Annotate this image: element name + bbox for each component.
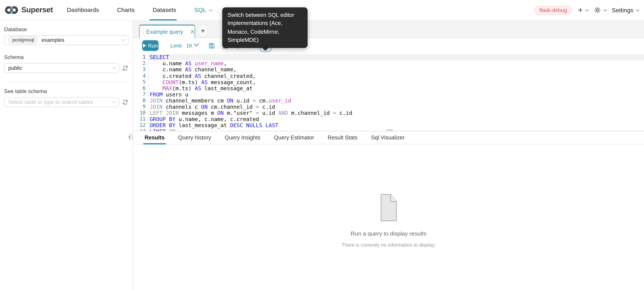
refresh-schemas-button[interactable] [122, 65, 128, 71]
empty-document-icon [380, 194, 396, 221]
sql-line-13: LIMIT 20 [150, 128, 644, 131]
close-icon[interactable]: ✕ [190, 29, 195, 34]
sql-line-8: JOIN channel_members cm ON u.id = cm.use… [150, 98, 644, 104]
switch-editor-tooltip: Switch between SQL editor implementation… [222, 7, 308, 48]
tooltip-text: Switch between SQL editor implementation… [228, 12, 294, 43]
sql-line-3: c.name AS channel_name, [150, 67, 644, 73]
database-label: Database [4, 26, 128, 32]
sql-code-editor[interactable]: 12345678910111213 SELECT u.name AS user_… [133, 54, 644, 131]
app-logo[interactable]: Superset [4, 5, 53, 14]
empty-results-subtitle: There is currently no information to dis… [342, 242, 436, 248]
navbar: Superset DashboardsChartsDatasetsSQL fla… [0, 0, 644, 20]
editor-tab-example-query[interactable]: Example query ✕ [139, 24, 195, 38]
results-tab-query-insights[interactable]: Query Insights [224, 131, 262, 144]
brand-name: Superset [22, 5, 53, 14]
database-type-pill: postgresql [8, 36, 38, 44]
sql-line-5: COUNT(m.ts) AS message_count, [150, 79, 644, 85]
drag-handle-icon [143, 29, 144, 34]
nav-item-sql[interactable]: SQL [194, 7, 212, 13]
sql-line-6: MAX(m.ts) AS last_message_at [150, 85, 644, 91]
nav-item-charts[interactable]: Charts [117, 7, 135, 13]
navbar-right: flask-debug + Settings [534, 0, 638, 20]
results-tab-query-history[interactable]: Query history [177, 131, 212, 144]
sql-line-1: SELECT [150, 54, 644, 60]
chevron-down-icon [585, 8, 589, 11]
gutter-line-number: 5 [133, 79, 148, 85]
limit-label[interactable]: Limit [170, 42, 182, 49]
collapse-sidebar-button[interactable] [128, 133, 132, 141]
schema-select[interactable]: public [4, 63, 119, 73]
table-select[interactable]: Select table or type to search tables [4, 97, 119, 107]
limit-value[interactable]: 1K [186, 42, 192, 49]
chevron-down-icon[interactable] [194, 43, 199, 46]
gutter-line-number: 11 [133, 116, 148, 122]
editor-tab-title: Example query [146, 29, 183, 35]
sql-lab-sidebar: Database postgresql examples Schema publ… [0, 20, 133, 290]
gutter-line-number: 7 [133, 91, 148, 98]
horizontal-scrollbar[interactable] [386, 129, 393, 131]
refresh-icon [122, 99, 128, 105]
results-tab-result-stats[interactable]: Result Stats [326, 131, 359, 144]
table-select-placeholder: Select table or type to search tables [8, 99, 93, 105]
save-icon [208, 42, 215, 49]
gutter-line-number: 12 [133, 122, 148, 128]
editor-tab-strip [133, 20, 644, 37]
sql-line-11: GROUP BY u.name, c.name, c.created [150, 116, 644, 122]
gutter-line-number: 6 [133, 85, 148, 91]
sun-icon [594, 7, 601, 14]
results-tab-sql-visualizer[interactable]: Sql Visualizer [370, 131, 406, 144]
new-item-menu[interactable]: + [578, 6, 588, 14]
superset-infinity-icon [4, 5, 18, 14]
run-query-button[interactable]: Run [142, 40, 158, 51]
save-query-button[interactable] [208, 42, 215, 49]
sql-editor-main: Example query ✕ + Run Limit 1K [133, 20, 644, 290]
gutter-line-number: 4 [133, 73, 148, 79]
chevron-down-icon [603, 8, 607, 11]
sql-line-12: ORDER BY last_message_at DESC NULLS LAST [150, 122, 644, 128]
gutter-line-number: 13 [133, 128, 148, 131]
results-panel: Run a query to display results There is … [133, 145, 644, 290]
add-tab-button[interactable]: + [198, 25, 208, 37]
settings-menu[interactable]: Settings [612, 7, 638, 13]
results-tab-results[interactable]: Results [143, 131, 166, 144]
environment-badge: flask-debug [534, 5, 572, 15]
editor-code: SELECT u.name AS user_name, c.name AS ch… [150, 54, 644, 131]
results-tab-bar: ResultsQuery historyQuery InsightsQuery … [133, 131, 644, 144]
toolbar-divider [200, 40, 200, 51]
sql-lab-page: Superset DashboardsChartsDatasetsSQL fla… [0, 0, 644, 290]
chevron-down-icon [209, 7, 213, 11]
schema-value: public [8, 65, 22, 71]
gutter-line-number: 2 [133, 60, 148, 67]
editor-gutter: 12345678910111213 [133, 54, 148, 131]
results-tab-query-estimator[interactable]: Query Estimator [273, 131, 315, 144]
sql-line-7: FROM users u [150, 91, 644, 98]
sidebar-divider [4, 81, 128, 82]
sql-line-2: u.name AS user_name, [150, 60, 644, 67]
refresh-tables-button[interactable] [122, 99, 128, 105]
chevron-down-icon [122, 37, 126, 41]
settings-label: Settings [612, 7, 633, 13]
run-label: Run [148, 42, 158, 49]
nav-item-datasets[interactable]: Datasets [153, 7, 176, 13]
chevron-left-icon [128, 135, 132, 139]
gutter-line-number: 1 [133, 54, 148, 60]
empty-results-title: Run a query to display results [351, 230, 426, 237]
nav-item-dashboards[interactable]: Dashboards [67, 7, 99, 13]
gutter-line-number: 8 [133, 98, 148, 104]
chevron-down-icon [112, 99, 116, 103]
sql-line-4: c.created AS channel_created, [150, 73, 644, 79]
play-icon [143, 43, 146, 47]
theme-menu[interactable] [594, 7, 606, 14]
gutter-line-number: 3 [133, 67, 148, 73]
table-schema-label: See table schema [4, 88, 128, 94]
database-value: examples [42, 37, 64, 43]
sql-line-9: JOIN channels c ON cm.channel_id = c.id [150, 104, 644, 110]
database-select[interactable]: postgresql examples [4, 35, 128, 45]
gutter-line-number: 10 [133, 110, 148, 116]
gutter-line-number: 9 [133, 104, 148, 110]
chevron-down-icon [636, 8, 640, 11]
sql-line-10: LEFT JOIN messages m ON m."user" = u.id … [150, 110, 644, 116]
chevron-down-icon [112, 65, 116, 69]
nav-menu: DashboardsChartsDatasetsSQL [67, 0, 212, 20]
editor-toolbar: Run Limit 1K [133, 38, 644, 54]
